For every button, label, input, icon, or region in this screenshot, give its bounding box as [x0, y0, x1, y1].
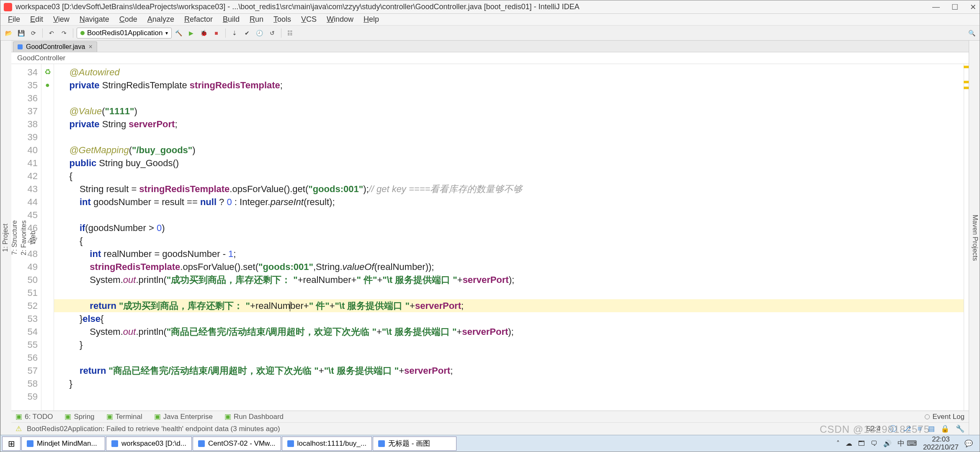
toolwindow-favorites[interactable]: 2: Favorites — [19, 213, 28, 263]
editor-tab-bar: GoodController.java × — [11, 41, 969, 52]
main-toolbar: 📂 💾 ⟳ ↶ ↷ BootRedis01Application ▾ 🔨 ▶ 🐞… — [0, 26, 980, 41]
code-line-44[interactable]: int goodsNumber = result == null ? 0 : I… — [59, 195, 964, 208]
watermark: CSDN @18298182575 — [820, 424, 930, 435]
structure-icon[interactable]: ☷ — [285, 28, 296, 39]
code-line-36[interactable] — [59, 92, 964, 105]
taskbar-app[interactable]: 无标题 - 画图 — [373, 437, 456, 451]
code-line-40[interactable]: @GetMapping("/buy_goods") — [59, 144, 964, 157]
tray-volume-icon[interactable]: 🔊 — [883, 439, 892, 447]
code-line-57[interactable]: return "商品已经售完/活动结束/调用超时，欢迎下次光临 "+"\t 服务… — [59, 364, 964, 377]
code-line-58[interactable]: } — [59, 377, 964, 390]
close-button[interactable]: ✕ — [970, 3, 976, 12]
redo-icon[interactable]: ↷ — [59, 28, 70, 39]
menu-build[interactable]: Build — [218, 15, 245, 24]
run-config-name: BootRedis01Application — [87, 29, 163, 37]
toolwindow-web[interactable]: Web — [28, 223, 38, 252]
vcs-commit-icon[interactable]: ✔ — [242, 28, 253, 39]
title-bar: workspace03 [D:\devSoft\JetBrains\IdeaPr… — [0, 0, 980, 14]
bottom-tab-rundashboard[interactable]: ▣Run Dashboard — [224, 412, 284, 421]
menu-view[interactable]: View — [48, 15, 75, 24]
taskbar-app[interactable]: workspace03 [D:\d... — [106, 437, 192, 451]
code-line-46[interactable]: if(goodsNumber > 0) — [59, 221, 964, 234]
menu-run[interactable]: Run — [245, 15, 268, 24]
tray-notifications-icon[interactable]: 💬 — [965, 439, 973, 447]
bottom-tab-spring[interactable]: ▣Spring — [64, 412, 94, 421]
code-line-39[interactable] — [59, 131, 964, 144]
undo-icon[interactable]: ↶ — [46, 28, 57, 39]
bottom-tab-terminal[interactable]: ▣Terminal — [106, 412, 142, 421]
code-line-54[interactable]: System.out.println("商品已经售完/活动结束/调用超时，欢迎下… — [59, 325, 964, 338]
run-configuration-selector[interactable]: BootRedis01Application ▾ — [77, 28, 172, 39]
taskbar-app[interactable]: Mindjet MindMan... — [21, 437, 105, 451]
open-icon[interactable]: 📂 — [3, 28, 14, 39]
code-line-55[interactable]: } — [59, 338, 964, 351]
code-editor[interactable]: @Autowired private StringRedisTemplate s… — [54, 64, 964, 411]
menu-edit[interactable]: Edit — [25, 15, 48, 24]
taskbar-app[interactable]: localhost:1111/buy_... — [282, 437, 372, 451]
menu-refactor[interactable]: Refactor — [179, 15, 218, 24]
breadcrumb[interactable]: GoodController — [11, 52, 969, 64]
menu-analyze[interactable]: Analyze — [142, 15, 179, 24]
code-line-51[interactable] — [59, 286, 964, 299]
system-tray[interactable]: ˄ ☁ 🗔 🗨 🔊 中 ⌨ 22:03 2022/10/27 💬 — [831, 436, 978, 451]
code-line-38[interactable]: private String serverPort; — [59, 118, 964, 131]
close-tab-icon[interactable]: × — [88, 43, 92, 51]
menu-file[interactable]: File — [3, 15, 25, 24]
code-line-43[interactable]: String result = stringRedisTemplate.opsF… — [59, 182, 964, 195]
tray-clock[interactable]: 22:03 2022/10/27 — [923, 436, 959, 451]
code-line-45[interactable] — [59, 208, 964, 221]
tray-ime[interactable]: 中 ⌨ — [897, 439, 917, 448]
run-icon[interactable]: ▶ — [186, 28, 197, 39]
left-toolwindow-bar: 1: Project7: Structure2: FavoritesWeb — [0, 41, 11, 435]
vcs-history-icon[interactable]: 🕘 — [254, 28, 265, 39]
error-stripe[interactable] — [964, 64, 969, 411]
search-icon[interactable]: 🔍 — [966, 28, 977, 39]
maximize-button[interactable]: ☐ — [952, 3, 958, 12]
code-line-41[interactable]: public String buy_Goods() — [59, 157, 964, 170]
toolwindow-mavenprojects[interactable]: Maven Projects — [970, 207, 980, 268]
start-button[interactable]: ⊞ — [2, 437, 21, 451]
file-tab-active[interactable]: GoodController.java × — [13, 41, 97, 52]
code-line-35[interactable]: private StringRedisTemplate stringRedisT… — [59, 79, 964, 92]
vcs-update-icon[interactable]: ⇣ — [229, 28, 240, 39]
tray-up-icon[interactable]: ˄ — [836, 439, 840, 447]
code-line-37[interactable]: @Value("1111") — [59, 105, 964, 118]
menu-help[interactable]: Help — [358, 15, 384, 24]
gutter-icons: ♻● — [41, 64, 54, 411]
bottom-tab-todo[interactable]: ▣6: TODO — [15, 412, 53, 421]
run-config-active-icon — [80, 31, 85, 35]
code-line-53[interactable]: }else{ — [59, 312, 964, 325]
lock-icon[interactable]: 🔒 — [941, 425, 949, 433]
menu-window[interactable]: Window — [322, 15, 358, 24]
taskbar-app[interactable]: CentOS7-02 - VMw... — [193, 437, 281, 451]
tray-shield-icon[interactable]: 🗨 — [871, 440, 877, 447]
minimize-button[interactable]: — — [932, 3, 940, 12]
debug-icon[interactable]: 🐞 — [199, 28, 209, 39]
settings-icon[interactable]: 🔧 — [956, 425, 965, 433]
vcs-revert-icon[interactable]: ↺ — [267, 28, 278, 39]
code-line-42[interactable]: { — [59, 170, 964, 182]
save-icon[interactable]: 💾 — [15, 28, 26, 39]
stop-icon[interactable]: ■ — [211, 28, 222, 39]
menu-tools[interactable]: Tools — [268, 15, 296, 24]
code-line-34[interactable]: @Autowired — [59, 66, 964, 79]
tray-cloud-icon[interactable]: ☁ — [846, 439, 852, 447]
menu-navigate[interactable]: Navigate — [75, 15, 114, 24]
build-icon[interactable]: 🔨 — [173, 28, 184, 39]
code-line-48[interactable]: int realNumber = goodsNumber - 1; — [59, 247, 964, 260]
java-class-icon — [18, 44, 23, 49]
code-line-59[interactable] — [59, 390, 964, 403]
tray-battery-icon[interactable]: 🗔 — [858, 440, 865, 447]
event-log-button[interactable]: Event Log — [925, 413, 965, 421]
toolwindow-structure[interactable]: 7: Structure — [10, 213, 19, 263]
code-line-56[interactable] — [59, 351, 964, 364]
bottom-tab-javaenterprise[interactable]: ▣Java Enterprise — [154, 412, 213, 421]
code-line-50[interactable]: System.out.println("成功买到商品，库存还剩下： "+real… — [59, 273, 964, 286]
menu-code[interactable]: Code — [114, 15, 142, 24]
code-line-52[interactable]: return "成功买到商品，库存还剩下： "+realNumber+" 件"+… — [59, 299, 964, 312]
menu-vcs[interactable]: VCS — [296, 15, 322, 24]
code-line-49[interactable]: stringRedisTemplate.opsForValue().set("g… — [59, 260, 964, 273]
toolwindow-project[interactable]: 1: Project — [1, 216, 10, 259]
refresh-icon[interactable]: ⟳ — [28, 28, 39, 39]
code-line-47[interactable]: { — [59, 234, 964, 247]
